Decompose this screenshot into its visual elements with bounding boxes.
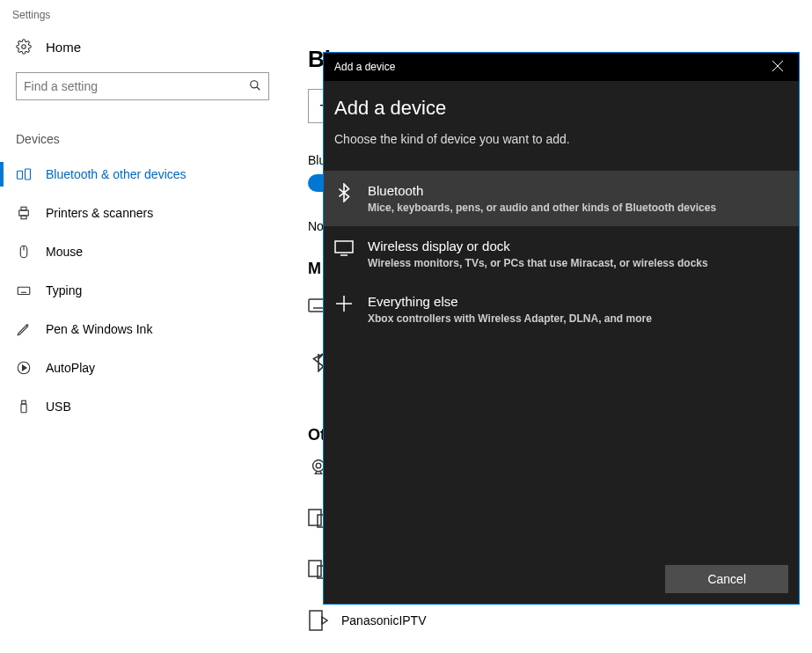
- pen-icon: [16, 321, 32, 337]
- plus-icon: [334, 294, 354, 313]
- nav-label: Bluetooth & other devices: [46, 167, 187, 181]
- home-label: Home: [46, 40, 81, 55]
- bluetooth-devices-icon: [16, 166, 32, 182]
- bluetooth-icon: [334, 183, 354, 202]
- svg-rect-35: [335, 241, 353, 253]
- autoplay-icon: [16, 360, 32, 376]
- svg-rect-3: [18, 171, 23, 179]
- choice-wireless-display[interactable]: Wireless display or dock Wireless monito…: [324, 226, 799, 282]
- monitor-icon: [334, 238, 354, 258]
- svg-rect-18: [21, 404, 26, 413]
- svg-marker-32: [322, 617, 327, 624]
- nav-item-typing[interactable]: Typing: [0, 271, 290, 310]
- nav-item-printers[interactable]: Printers & scanners: [0, 194, 290, 232]
- nav-label: Printers & scanners: [46, 206, 153, 220]
- choice-title: Everything else: [368, 294, 652, 312]
- svg-rect-7: [21, 216, 26, 219]
- app-title: Settings: [0, 0, 290, 26]
- svg-rect-5: [19, 210, 29, 216]
- cancel-button[interactable]: Cancel: [665, 565, 788, 593]
- choice-bluetooth[interactable]: Bluetooth Mice, keyboards, pens, or audi…: [324, 171, 799, 226]
- media-device-icon: [308, 610, 329, 631]
- svg-rect-31: [310, 611, 322, 630]
- nav-label: Pen & Windows Ink: [46, 322, 152, 336]
- svg-line-2: [257, 86, 260, 90]
- choice-title: Wireless display or dock: [368, 238, 708, 257]
- svg-point-26: [316, 463, 321, 468]
- choice-desc: Xbox controllers with Wireless Adapter, …: [368, 312, 652, 325]
- nav-item-autoplay[interactable]: AutoPlay: [0, 349, 290, 387]
- keyboard-icon: [16, 282, 32, 298]
- choice-desc: Wireless monitors, TVs, or PCs that use …: [368, 257, 708, 269]
- choice-everything-else[interactable]: Everything else Xbox controllers with Wi…: [324, 282, 799, 337]
- dialog-title: Add a device: [334, 61, 395, 73]
- nav-item-mouse[interactable]: Mouse: [0, 232, 290, 271]
- choice-desc: Mice, keyboards, pens, or audio and othe…: [368, 202, 716, 214]
- search-field[interactable]: [24, 79, 249, 93]
- nav-label: Typing: [46, 283, 82, 297]
- usb-icon: [16, 399, 32, 415]
- close-button[interactable]: [767, 60, 788, 74]
- nav-item-bluetooth[interactable]: Bluetooth & other devices: [0, 155, 290, 194]
- printer-icon: [16, 205, 32, 221]
- svg-rect-4: [26, 169, 31, 180]
- svg-point-0: [22, 45, 26, 49]
- nav-item-usb[interactable]: USB: [0, 387, 290, 426]
- gear-icon: [16, 39, 32, 55]
- search-icon: [249, 79, 261, 94]
- mouse-icon: [16, 244, 32, 260]
- svg-rect-6: [21, 207, 26, 210]
- home-item[interactable]: Home: [0, 26, 290, 72]
- section-label: Devices: [0, 132, 290, 155]
- add-device-dialog: Add a device Add a device Choose the kin…: [324, 53, 799, 604]
- dialog-heading: Add a device: [334, 97, 788, 132]
- svg-point-1: [251, 80, 258, 87]
- svg-point-25: [313, 460, 325, 472]
- svg-rect-27: [309, 510, 321, 525]
- nav-label: AutoPlay: [46, 361, 95, 375]
- svg-rect-29: [309, 561, 321, 576]
- svg-rect-10: [18, 287, 30, 294]
- nav-label: USB: [46, 400, 71, 414]
- nav-label: Mouse: [46, 245, 83, 259]
- device-name: PanasonicIPTV: [341, 613, 427, 627]
- nav-item-pen[interactable]: Pen & Windows Ink: [0, 310, 290, 349]
- search-input[interactable]: [16, 72, 269, 100]
- choice-title: Bluetooth: [368, 183, 716, 202]
- dialog-subtitle: Choose the kind of device you want to ad…: [334, 132, 788, 162]
- svg-marker-16: [23, 365, 27, 371]
